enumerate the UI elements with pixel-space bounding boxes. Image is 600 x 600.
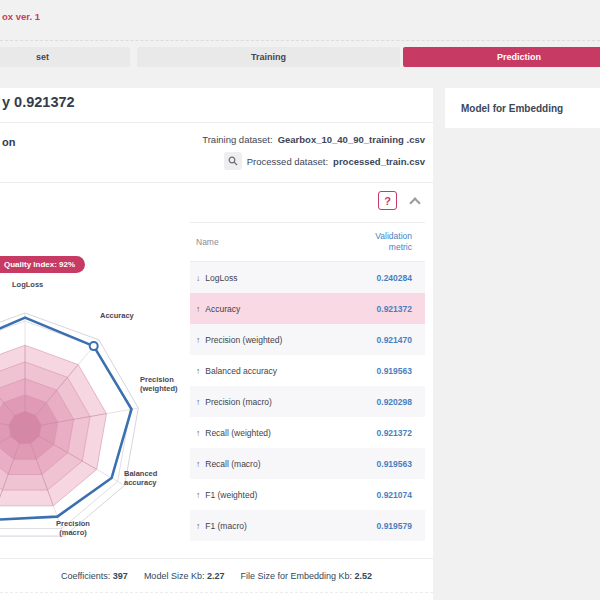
metric-row-accuracy: ↑Accuracy0.921372: [190, 293, 425, 324]
processed-dataset-value: processed_train.csv: [333, 156, 425, 167]
metrics-table-header: Name Validation metric: [190, 222, 425, 262]
metric-value: 0.919579: [377, 521, 412, 531]
metric-row-recall-macro: ↑Recall (macro)0.919563: [190, 448, 425, 479]
app-window: ox ver. 1 setTrainingPrediction y 0.9213…: [0, 0, 600, 600]
metric-name: ↑Accuracy: [196, 304, 240, 314]
main-panel: y 0.921372 on Training dataset: Gearbox_…: [0, 88, 433, 600]
radar-chart: [0, 225, 190, 565]
metric-value: 0.921074: [377, 490, 412, 500]
metric-name: ↑F1 (macro): [196, 521, 247, 531]
metric-row-f1-macro: ↑F1 (macro)0.919579: [190, 510, 425, 541]
arrow-up-icon: ↑: [196, 490, 200, 500]
column-header-validation-metric[interactable]: Validation metric: [357, 231, 412, 253]
footer-divider: [0, 558, 433, 559]
arrow-up-icon: ↑: [196, 304, 200, 314]
metric-row-balanced-accuracy: ↑Balanced accuracy0.919563: [190, 355, 425, 386]
tab-prediction[interactable]: Prediction: [403, 47, 600, 67]
processed-dataset-label: Processed dataset:: [247, 156, 328, 167]
metric-value: 0.240284: [377, 273, 412, 283]
stat-model-size-kb: Model Size Kb: 2.27: [144, 571, 225, 581]
arrow-up-icon: ↑: [196, 521, 200, 531]
radar-chart-area: Quality Index: 92% LogLoss Accuracy Prec…: [0, 225, 190, 565]
metrics-table: Name Validation metric ↓LogLoss0.240284↑…: [190, 222, 425, 541]
arrow-down-icon: ↓: [196, 273, 200, 283]
metric-name: ↓LogLoss: [196, 273, 237, 283]
metric-value: 0.919563: [377, 366, 412, 376]
processed-dataset-line: Processed dataset: processed_train.csv: [202, 152, 425, 170]
metric-row-logloss: ↓LogLoss0.240284: [190, 262, 425, 293]
axis-label-accuracy: Accuracy: [100, 311, 134, 320]
model-for-embedding-panel[interactable]: Model for Embedding: [445, 88, 600, 128]
metric-name: ↑Precision (macro): [196, 397, 272, 407]
metric-value: 0.921470: [377, 335, 412, 345]
metric-name: ↑F1 (weighted): [196, 490, 257, 500]
training-dataset-line: Training dataset: Gearbox_10_40_90_train…: [202, 134, 425, 145]
stat-file-size-for-embedding-kb: File Size for Embedding Kb: 2.52: [240, 571, 372, 581]
model-for-embedding-title: Model for Embedding: [461, 103, 563, 114]
section-label: on: [2, 136, 15, 148]
metric-row-f1-weighted: ↑F1 (weighted)0.921074: [190, 479, 425, 510]
bottom-dashed-divider: [0, 592, 433, 593]
metric-row-precision-macro: ↑Precision (macro)0.920298: [190, 386, 425, 417]
magnifier-icon: [228, 156, 238, 166]
metric-value: 0.921372: [377, 304, 412, 314]
title-divider: [0, 122, 433, 123]
metric-row-precision-weighted: ↑Precision (weighted)0.921470: [190, 324, 425, 355]
stat-coefficients: Coefficients: 397: [61, 571, 128, 581]
top-divider: [0, 40, 600, 41]
arrow-up-icon: ↑: [196, 428, 200, 438]
column-header-name: Name: [196, 237, 219, 247]
metric-name: ↑Precision (weighted): [196, 335, 282, 345]
arrow-up-icon: ↑: [196, 459, 200, 469]
metric-value: 0.919563: [377, 459, 412, 469]
page-title: y 0.921372: [2, 94, 75, 110]
tab-training[interactable]: Training: [137, 47, 400, 67]
metric-name: ↑Balanced accuracy: [196, 366, 277, 376]
dataset-info: Training dataset: Gearbox_10_40_90_train…: [202, 134, 425, 177]
project-version-label: ox ver. 1: [2, 11, 40, 22]
metric-value: 0.920298: [377, 397, 412, 407]
collapse-chevron-up-icon[interactable]: [409, 197, 420, 208]
axis-label-precision-macro: Precision (macro): [50, 519, 96, 538]
quality-index-badge: Quality Index: 92%: [0, 256, 85, 273]
arrow-up-icon: ↑: [196, 366, 200, 376]
metric-name: ↑Recall (macro): [196, 459, 261, 469]
arrow-up-icon: ↑: [196, 397, 200, 407]
axis-label-logloss: LogLoss: [12, 280, 43, 289]
tab-bar: setTrainingPrediction: [0, 47, 600, 67]
axis-label-precision-weighted: Precision (weighted): [140, 375, 188, 394]
metrics-table-body: ↓LogLoss0.240284↑Accuracy0.921372↑Precis…: [190, 262, 425, 541]
metric-row-recall-weighted: ↑Recall (weighted)0.921372: [190, 417, 425, 448]
metric-value: 0.921372: [377, 428, 412, 438]
search-icon[interactable]: [224, 152, 242, 170]
axis-label-balanced-accuracy: Balanced accuracy: [124, 469, 170, 488]
training-dataset-value: Gearbox_10_40_90_training .csv: [278, 134, 425, 145]
arrow-up-icon: ↑: [196, 335, 200, 345]
training-dataset-label: Training dataset:: [202, 134, 272, 145]
help-button[interactable]: ?: [378, 191, 397, 210]
metric-name: ↑Recall (weighted): [196, 428, 271, 438]
model-stats: Coefficients: 397Model Size Kb: 2.27File…: [0, 571, 433, 581]
header-divider: [0, 182, 433, 183]
card-toolbar: ?: [378, 191, 419, 210]
tab-set[interactable]: set: [0, 47, 130, 67]
